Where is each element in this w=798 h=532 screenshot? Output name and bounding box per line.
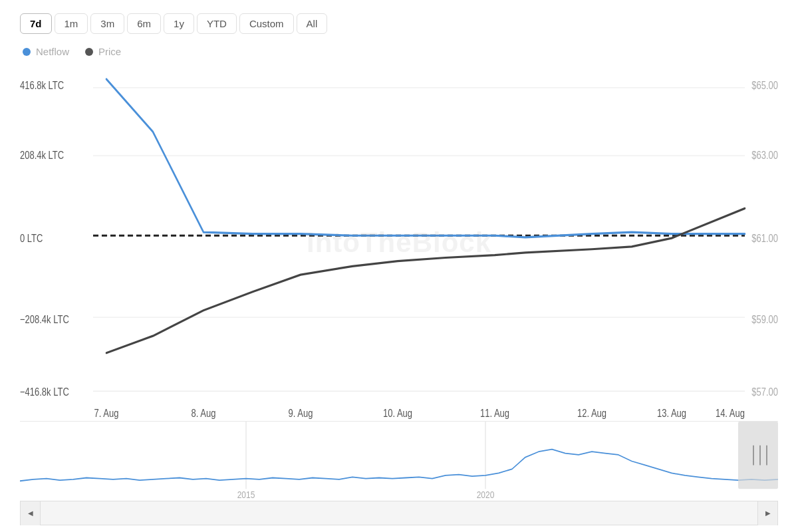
- scroll-left-button[interactable]: ◀: [21, 501, 41, 525]
- main-container: 7d1m3m6m1yYTDCustomAll Netflow Price Int…: [0, 0, 798, 532]
- svg-text:$61.00: $61.00: [751, 232, 778, 245]
- svg-rect-29: [738, 422, 778, 489]
- svg-text:14. Aug: 14. Aug: [716, 406, 745, 419]
- time-btn-custom[interactable]: Custom: [239, 13, 294, 34]
- scrollbar[interactable]: ◀ ▶: [20, 501, 778, 525]
- svg-text:9. Aug: 9. Aug: [289, 406, 313, 419]
- svg-text:7. Aug: 7. Aug: [94, 406, 119, 419]
- time-btn-all[interactable]: All: [297, 13, 328, 34]
- mini-chart: 2015 2020: [20, 422, 778, 501]
- chart-legend: Netflow Price: [20, 46, 778, 57]
- time-btn-3m[interactable]: 3m: [90, 13, 124, 34]
- legend-netflow: Netflow: [23, 46, 69, 57]
- svg-text:10. Aug: 10. Aug: [383, 406, 412, 419]
- svg-text:2015: 2015: [237, 489, 255, 500]
- time-btn-6m[interactable]: 6m: [127, 13, 161, 34]
- main-chart: IntoTheBlock 416.8k LTC 208.4k LTC 0 LTC…: [20, 64, 778, 422]
- svg-text:8. Aug: 8. Aug: [192, 406, 216, 419]
- time-btn-ytd[interactable]: YTD: [197, 13, 237, 34]
- legend-price: Price: [85, 46, 121, 57]
- svg-text:2020: 2020: [477, 489, 495, 500]
- svg-text:$59.00: $59.00: [751, 313, 778, 325]
- time-btn-7d[interactable]: 7d: [20, 13, 52, 34]
- chart-svg: 416.8k LTC 208.4k LTC 0 LTC −208.4k LTC …: [20, 64, 778, 421]
- time-btn-1y[interactable]: 1y: [164, 13, 194, 34]
- svg-text:13. Aug: 13. Aug: [657, 406, 686, 419]
- netflow-label: Netflow: [36, 46, 69, 57]
- netflow-dot: [23, 48, 31, 56]
- time-btn-1m[interactable]: 1m: [55, 13, 88, 34]
- price-label: Price: [98, 46, 121, 57]
- scroll-right-button[interactable]: ▶: [757, 501, 777, 525]
- scroll-track[interactable]: [41, 501, 757, 525]
- svg-text:0 LTC: 0 LTC: [20, 232, 43, 245]
- svg-text:$63.00: $63.00: [751, 149, 778, 162]
- svg-text:11. Aug: 11. Aug: [480, 406, 509, 419]
- svg-text:$57.00: $57.00: [751, 385, 778, 398]
- svg-rect-24: [20, 422, 778, 501]
- mini-chart-svg: 2015 2020: [20, 422, 778, 501]
- svg-text:12. Aug: 12. Aug: [577, 406, 606, 419]
- time-range-selector: 7d1m3m6m1yYTDCustomAll: [20, 13, 778, 34]
- chart-wrapper: IntoTheBlock 416.8k LTC 208.4k LTC 0 LTC…: [20, 64, 778, 525]
- svg-text:−416.8k LTC: −416.8k LTC: [20, 385, 69, 398]
- svg-text:−208.4k LTC: −208.4k LTC: [20, 313, 69, 325]
- price-dot: [85, 48, 93, 56]
- svg-text:$65.00: $65.00: [751, 79, 778, 92]
- svg-text:416.8k LTC: 416.8k LTC: [20, 79, 64, 92]
- svg-text:208.4k LTC: 208.4k LTC: [20, 149, 64, 162]
